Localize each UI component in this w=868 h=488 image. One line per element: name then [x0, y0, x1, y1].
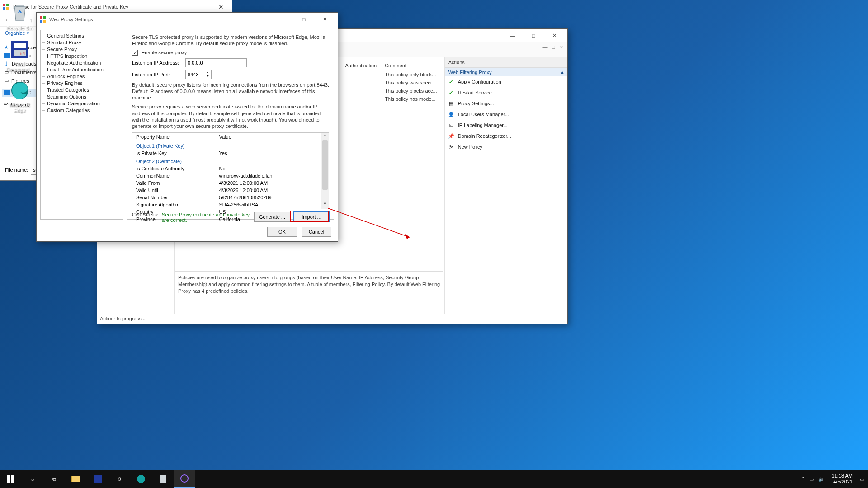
task-view-button[interactable]: ⧉ [43, 470, 65, 488]
note-port: By default, secure proxy listens for inc… [132, 82, 329, 101]
taskbar: ⌕ ⧉ ⚙ ˄ ▭ 🔉 11:18 AM4/5/2021 ▭ [0, 470, 868, 488]
table-row[interactable]: This policy has mode... [323, 95, 441, 103]
grid-scrollbar[interactable]: ▲▼ [321, 133, 329, 209]
action-restart-service[interactable]: ✔Restart Service [445, 87, 567, 98]
taskview-icon: ⧉ [52, 476, 56, 482]
app-icon [39, 16, 47, 23]
cancel-button[interactable]: Cancel [302, 227, 331, 237]
pin-icon: 📌 [448, 132, 455, 140]
sound-icon[interactable]: 🔉 [818, 476, 825, 482]
desktop-recycle-bin[interactable]: Recycle Bin [3, 3, 37, 31]
nav-negotiate-auth[interactable]: Negotiate Authentication [41, 59, 123, 66]
table-row[interactable]: This policy was speci... [323, 79, 441, 86]
action-center-icon[interactable]: ▭ [860, 476, 864, 482]
dialog-title: Web Proxy Settings [49, 17, 273, 22]
action-new-policy[interactable]: ᕗNew Policy [445, 141, 567, 152]
ok-button[interactable]: OK [267, 227, 297, 237]
scroll-down-icon[interactable]: ▼ [321, 202, 329, 209]
taskbar-edge[interactable] [130, 470, 152, 488]
ip-label: Listen on IP Address: [132, 60, 182, 66]
nav-trusted-categories[interactable]: Trusted Categories [41, 86, 123, 93]
app-icon [160, 475, 166, 483]
desktop-total-commander[interactable]: —64 TotalCommand... [3, 39, 37, 72]
chevron-up-icon: ▴ [561, 69, 564, 75]
nav-general-settings[interactable]: General Settings [41, 32, 123, 39]
desktop-edge[interactable]: MicrosoftEdge [3, 80, 37, 113]
nav-custom-categories[interactable]: Custom Categories [41, 107, 123, 113]
port-label: Listen on IP Port: [132, 72, 182, 77]
nav-scanning-options[interactable]: Scanning Options [41, 93, 123, 100]
check-icon: ✔ [448, 78, 455, 85]
nav-adblock-engines[interactable]: AdBlock Engines [41, 73, 123, 80]
person-icon: ᕗ [448, 143, 455, 150]
wps-titlebar[interactable]: Web Proxy Settings — □ ✕ [37, 13, 338, 26]
minimize-button[interactable]: — [502, 29, 523, 42]
mmc-description: Policies are used to organize proxy user… [175, 271, 443, 314]
dialog-title: Browse for Secure Proxy Certificate and … [11, 4, 212, 9]
svg-rect-7 [43, 16, 46, 19]
start-button[interactable] [0, 470, 22, 488]
nav-https-inspection[interactable]: HTTPS Inspection [41, 52, 123, 59]
status-bar: Action: In progress... [97, 314, 567, 324]
maximize-button[interactable]: □ [523, 29, 544, 42]
folder-icon [71, 476, 80, 482]
note-cert: Secure proxy requires a web server certi… [132, 103, 329, 129]
settings-main: Secure TLS protected proxy is supported … [127, 30, 334, 220]
actions-header: Actions [445, 57, 567, 68]
svg-rect-8 [40, 20, 42, 23]
port-input[interactable] [185, 70, 204, 79]
cert-property-grid[interactable]: Property NameValue Object 1 (Private Key… [132, 132, 329, 209]
action-domain-recategorizer[interactable]: 📌Domain Recategorizer... [445, 131, 567, 141]
minimize-button[interactable]: — [273, 13, 293, 26]
ip-address-input[interactable] [185, 58, 247, 67]
taskbar-total-commander[interactable] [87, 470, 108, 488]
floppy-icon: —64 [9, 39, 31, 61]
spiral-icon [180, 474, 189, 483]
scroll-up-icon[interactable]: ▲ [321, 133, 329, 140]
search-button[interactable]: ⌕ [22, 470, 43, 488]
settings-icon: ▤ [448, 100, 455, 107]
table-row[interactable]: This policy blocks acc... [323, 87, 441, 94]
taskbar-app-2[interactable] [152, 470, 174, 488]
system-tray[interactable]: ˄ ▭ 🔉 11:18 AM4/5/2021 ▭ [798, 473, 868, 485]
mmc-list-header[interactable]: TypeAuthenticationComment [323, 61, 441, 70]
mmc-doc-controls[interactable]: —□× [542, 44, 565, 50]
nav-secure-proxy[interactable]: Secure Proxy [41, 46, 123, 52]
chevron-down-icon: ▾ [27, 30, 29, 36]
action-local-users-manager[interactable]: 👤Local Users Manager... [445, 109, 567, 120]
gear-icon: ⚙ [117, 476, 122, 482]
check-icon: ✔ [448, 89, 455, 96]
tray-chevron-icon[interactable]: ˄ [802, 476, 805, 482]
windows-icon [7, 475, 14, 483]
nav-standard-proxy[interactable]: Standard Proxy [41, 39, 123, 46]
enable-secure-proxy-checkbox[interactable]: ✓ [132, 50, 138, 56]
actions-group[interactable]: Web Filtering Proxy▴ [445, 68, 567, 76]
close-button[interactable]: ✕ [544, 29, 565, 42]
action-ip-labeling-manager[interactable]: 🏷IP Labeling Manager... [445, 120, 567, 131]
close-button[interactable]: ✕ [314, 13, 335, 26]
recycle-bin-icon [9, 3, 31, 24]
taskbar-explorer[interactable] [65, 470, 87, 488]
port-stepper[interactable]: ▲▼ [185, 70, 212, 79]
mmc-actions-pane: Actions Web Filtering Proxy▴ ✔Apply Conf… [444, 57, 567, 314]
nav-dynamic-categorization[interactable]: Dynamic Categorization [41, 100, 123, 107]
taskbar-app-3[interactable] [174, 470, 195, 488]
table-row[interactable]: This policy only block... [323, 71, 441, 78]
nav-privacy-engines[interactable]: Privacy Engines [41, 80, 123, 86]
edge-icon [9, 80, 31, 101]
nav-local-user-auth[interactable]: Local User Authentication [41, 66, 123, 73]
action-apply-configuration[interactable]: ✔Apply Configuration [445, 76, 567, 87]
taskbar-clock[interactable]: 11:18 AM4/5/2021 [829, 473, 855, 485]
taskbar-app-1[interactable]: ⚙ [108, 470, 130, 488]
close-button[interactable]: ✕ [212, 3, 230, 10]
organize-button[interactable]: Organize ▾ [5, 30, 29, 36]
network-icon[interactable]: ▭ [809, 476, 814, 482]
svg-rect-1 [14, 43, 26, 48]
action-proxy-settings[interactable]: ▤Proxy Settings... [445, 98, 567, 109]
maximize-button[interactable]: □ [293, 13, 314, 26]
svg-rect-6 [40, 16, 42, 19]
spin-down-icon[interactable]: ▼ [204, 75, 211, 79]
svg-text:—64: —64 [14, 51, 25, 56]
scroll-thumb[interactable] [322, 140, 328, 190]
spin-up-icon[interactable]: ▲ [204, 70, 211, 75]
